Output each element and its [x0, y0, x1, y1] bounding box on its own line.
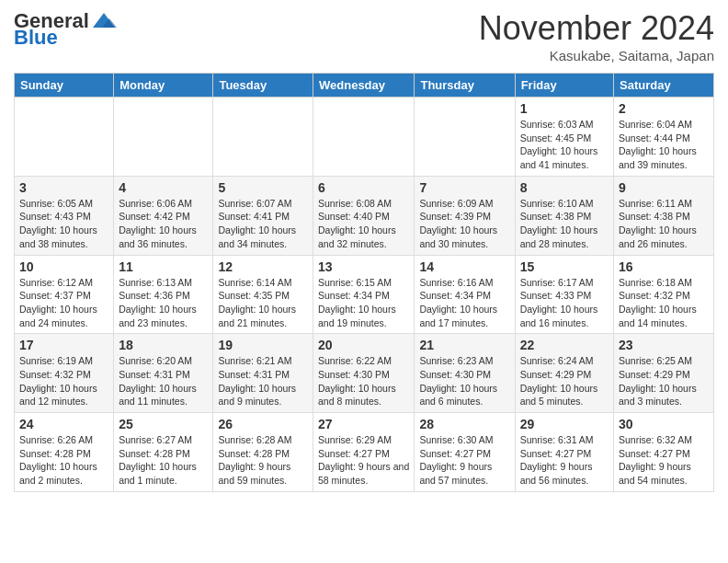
title-block: November 2024 Kasukabe, Saitama, Japan: [479, 9, 714, 63]
calendar-cell-0-1: [114, 98, 213, 177]
header-monday: Monday: [114, 74, 213, 98]
logo-blue-text: Blue: [14, 26, 58, 50]
day-info: Sunrise: 6:30 AM Sunset: 4:27 PM Dayligh…: [419, 433, 509, 488]
day-info: Sunrise: 6:05 AM Sunset: 4:43 PM Dayligh…: [19, 197, 108, 251]
logo-icon: [91, 11, 117, 31]
day-info: Sunrise: 6:28 AM Sunset: 4:28 PM Dayligh…: [218, 433, 308, 488]
day-number: 2: [619, 101, 709, 116]
day-info: Sunrise: 6:14 AM Sunset: 4:35 PM Dayligh…: [218, 276, 308, 330]
day-number: 27: [318, 417, 409, 431]
calendar-cell-1-0: 3Sunrise: 6:05 AM Sunset: 4:43 PM Daylig…: [15, 176, 114, 255]
day-number: 18: [119, 338, 208, 352]
calendar-cell-1-1: 4Sunrise: 6:06 AM Sunset: 4:42 PM Daylig…: [114, 176, 213, 255]
day-info: Sunrise: 6:11 AM Sunset: 4:38 PM Dayligh…: [619, 197, 709, 251]
header-tuesday: Tuesday: [213, 74, 313, 98]
week-row-3: 17Sunrise: 6:19 AM Sunset: 4:32 PM Dayli…: [15, 334, 714, 413]
week-row-0: 1Sunrise: 6:03 AM Sunset: 4:45 PM Daylig…: [15, 98, 714, 177]
calendar-cell-0-5: 1Sunrise: 6:03 AM Sunset: 4:45 PM Daylig…: [515, 98, 613, 177]
calendar-cell-2-4: 14Sunrise: 6:16 AM Sunset: 4:34 PM Dayli…: [415, 255, 515, 334]
day-info: Sunrise: 6:19 AM Sunset: 4:32 PM Dayligh…: [19, 354, 108, 408]
calendar-cell-3-1: 18Sunrise: 6:20 AM Sunset: 4:31 PM Dayli…: [114, 334, 213, 413]
day-info: Sunrise: 6:22 AM Sunset: 4:30 PM Dayligh…: [318, 354, 409, 408]
day-number: 23: [619, 338, 709, 352]
day-number: 20: [318, 338, 409, 352]
week-row-1: 3Sunrise: 6:05 AM Sunset: 4:43 PM Daylig…: [15, 176, 714, 255]
day-number: 1: [520, 101, 609, 116]
calendar-cell-3-2: 19Sunrise: 6:21 AM Sunset: 4:31 PM Dayli…: [213, 334, 313, 413]
calendar-table: Sunday Monday Tuesday Wednesday Thursday…: [14, 73, 714, 492]
calendar-cell-3-4: 21Sunrise: 6:23 AM Sunset: 4:30 PM Dayli…: [415, 334, 515, 413]
day-number: 10: [19, 259, 108, 274]
week-row-2: 10Sunrise: 6:12 AM Sunset: 4:37 PM Dayli…: [15, 255, 714, 334]
calendar-cell-0-0: [15, 98, 114, 177]
calendar-cell-1-3: 6Sunrise: 6:08 AM Sunset: 4:40 PM Daylig…: [313, 176, 415, 255]
day-number: 28: [419, 417, 509, 431]
day-number: 9: [619, 180, 709, 195]
calendar-cell-4-5: 29Sunrise: 6:31 AM Sunset: 4:27 PM Dayli…: [515, 413, 613, 492]
day-number: 16: [619, 259, 709, 274]
header-thursday: Thursday: [415, 74, 515, 98]
day-info: Sunrise: 6:13 AM Sunset: 4:36 PM Dayligh…: [119, 276, 208, 330]
page-container: General Blue November 2024 Kasukabe, Sai…: [0, 0, 728, 501]
day-number: 30: [619, 417, 709, 431]
days-header-row: Sunday Monday Tuesday Wednesday Thursday…: [15, 74, 714, 98]
day-info: Sunrise: 6:17 AM Sunset: 4:33 PM Dayligh…: [520, 276, 609, 330]
day-info: Sunrise: 6:16 AM Sunset: 4:34 PM Dayligh…: [419, 276, 509, 330]
day-info: Sunrise: 6:27 AM Sunset: 4:28 PM Dayligh…: [119, 433, 208, 488]
calendar-cell-3-5: 22Sunrise: 6:24 AM Sunset: 4:29 PM Dayli…: [515, 334, 613, 413]
header-saturday: Saturday: [614, 74, 714, 98]
month-title: November 2024: [479, 9, 714, 48]
calendar-cell-3-3: 20Sunrise: 6:22 AM Sunset: 4:30 PM Dayli…: [313, 334, 415, 413]
day-number: 19: [218, 338, 308, 352]
calendar-cell-1-6: 9Sunrise: 6:11 AM Sunset: 4:38 PM Daylig…: [614, 176, 714, 255]
day-number: 13: [318, 259, 409, 274]
calendar-cell-2-5: 15Sunrise: 6:17 AM Sunset: 4:33 PM Dayli…: [515, 255, 613, 334]
calendar-cell-2-0: 10Sunrise: 6:12 AM Sunset: 4:37 PM Dayli…: [15, 255, 114, 334]
day-info: Sunrise: 6:10 AM Sunset: 4:38 PM Dayligh…: [520, 197, 609, 251]
logo: General Blue: [14, 9, 117, 50]
day-info: Sunrise: 6:09 AM Sunset: 4:39 PM Dayligh…: [419, 197, 509, 251]
calendar-cell-1-4: 7Sunrise: 6:09 AM Sunset: 4:39 PM Daylig…: [415, 176, 515, 255]
day-number: 15: [520, 259, 609, 274]
day-number: 8: [520, 180, 609, 195]
day-info: Sunrise: 6:18 AM Sunset: 4:32 PM Dayligh…: [619, 276, 709, 330]
calendar-cell-2-1: 11Sunrise: 6:13 AM Sunset: 4:36 PM Dayli…: [114, 255, 213, 334]
day-number: 12: [218, 259, 308, 274]
calendar-cell-4-2: 26Sunrise: 6:28 AM Sunset: 4:28 PM Dayli…: [213, 413, 313, 492]
header-wednesday: Wednesday: [313, 74, 415, 98]
calendar-cell-2-6: 16Sunrise: 6:18 AM Sunset: 4:32 PM Dayli…: [614, 255, 714, 334]
calendar-cell-0-3: [313, 98, 415, 177]
day-info: Sunrise: 6:32 AM Sunset: 4:27 PM Dayligh…: [619, 433, 709, 488]
day-number: 6: [318, 180, 409, 195]
day-info: Sunrise: 6:26 AM Sunset: 4:28 PM Dayligh…: [19, 433, 108, 488]
calendar-cell-0-6: 2Sunrise: 6:04 AM Sunset: 4:44 PM Daylig…: [614, 98, 714, 177]
day-info: Sunrise: 6:04 AM Sunset: 4:44 PM Dayligh…: [619, 118, 709, 172]
calendar-cell-4-1: 25Sunrise: 6:27 AM Sunset: 4:28 PM Dayli…: [114, 413, 213, 492]
calendar-cell-2-2: 12Sunrise: 6:14 AM Sunset: 4:35 PM Dayli…: [213, 255, 313, 334]
day-info: Sunrise: 6:06 AM Sunset: 4:42 PM Dayligh…: [119, 197, 208, 251]
calendar-cell-4-0: 24Sunrise: 6:26 AM Sunset: 4:28 PM Dayli…: [15, 413, 114, 492]
day-info: Sunrise: 6:23 AM Sunset: 4:30 PM Dayligh…: [419, 354, 509, 408]
day-info: Sunrise: 6:25 AM Sunset: 4:29 PM Dayligh…: [619, 354, 709, 408]
day-info: Sunrise: 6:03 AM Sunset: 4:45 PM Dayligh…: [520, 118, 609, 172]
day-number: 14: [419, 259, 509, 274]
calendar-cell-0-2: [213, 98, 313, 177]
day-number: 24: [19, 417, 108, 431]
calendar-cell-2-3: 13Sunrise: 6:15 AM Sunset: 4:34 PM Dayli…: [313, 255, 415, 334]
day-info: Sunrise: 6:07 AM Sunset: 4:41 PM Dayligh…: [218, 197, 308, 251]
day-number: 21: [419, 338, 509, 352]
day-number: 25: [119, 417, 208, 431]
day-number: 4: [119, 180, 208, 195]
day-info: Sunrise: 6:15 AM Sunset: 4:34 PM Dayligh…: [318, 276, 409, 330]
location: Kasukabe, Saitama, Japan: [479, 48, 714, 63]
week-row-4: 24Sunrise: 6:26 AM Sunset: 4:28 PM Dayli…: [15, 413, 714, 492]
day-number: 3: [19, 180, 108, 195]
header-friday: Friday: [515, 74, 613, 98]
day-number: 29: [520, 417, 609, 431]
calendar-cell-0-4: [415, 98, 515, 177]
day-number: 11: [119, 259, 208, 274]
calendar-cell-3-6: 23Sunrise: 6:25 AM Sunset: 4:29 PM Dayli…: [614, 334, 714, 413]
day-number: 17: [19, 338, 108, 352]
calendar-cell-4-3: 27Sunrise: 6:29 AM Sunset: 4:27 PM Dayli…: [313, 413, 415, 492]
day-number: 22: [520, 338, 609, 352]
